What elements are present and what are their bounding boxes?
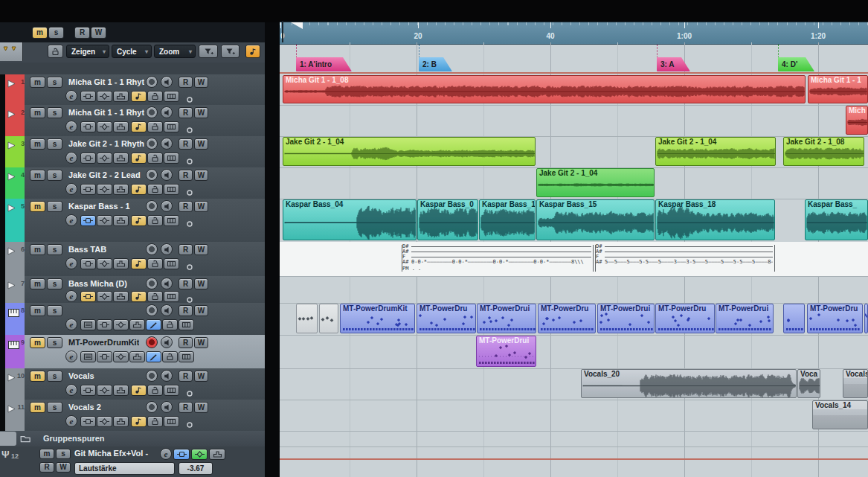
group-solo-button[interactable]: s (56, 449, 71, 459)
track-record-button[interactable] (146, 370, 158, 382)
track-row-1[interactable]: 1msMicha Git 1 - 1 RhythRWe (5, 74, 265, 106)
track-sends-button[interactable] (113, 351, 129, 362)
clip-vocals-20[interactable]: Vocals_20 (581, 369, 797, 398)
toolbar-dropdown-zeigen[interactable]: Zeigen▾ (66, 45, 109, 58)
track-lanes-button[interactable] (164, 184, 179, 195)
clip-kaspar-bass-15[interactable]: Kaspar Bass_15 (536, 199, 655, 240)
global-mute-button[interactable]: m (32, 27, 48, 39)
track-solo-button[interactable]: s (47, 77, 62, 88)
clip-vocals[interactable]: Vocals (843, 369, 868, 398)
track-solo-button[interactable]: s (47, 371, 62, 382)
track-solo-button[interactable]: s (47, 278, 62, 289)
track-edit-button[interactable]: e (65, 152, 77, 164)
track-eq-button[interactable] (113, 215, 129, 226)
track-eq-button[interactable] (113, 121, 129, 132)
track-record-button[interactable] (146, 243, 158, 255)
track-monitor-button[interactable] (161, 106, 173, 118)
track-eq-button[interactable] (113, 385, 129, 396)
track-monitor-button[interactable] (161, 200, 173, 212)
track-mute-button[interactable]: m (30, 77, 45, 88)
track-solo-button[interactable]: s (47, 138, 62, 150)
track-edit-button[interactable]: e (65, 350, 77, 362)
track-write-button[interactable]: W (194, 371, 208, 382)
track-eq-button[interactable] (113, 153, 129, 164)
track-inserts-button[interactable] (80, 91, 96, 102)
track-lock-button[interactable] (147, 91, 163, 102)
global-read-button[interactable]: R (74, 27, 90, 39)
clip-kaspar-bass-1[interactable]: Kaspar Bass_1 (479, 199, 536, 240)
track-drum-editor-button[interactable] (146, 319, 161, 330)
track-eq-button[interactable] (113, 184, 129, 195)
track-mute-button[interactable]: m (30, 201, 45, 212)
group-write-button[interactable]: W (56, 462, 71, 473)
track-monitor-button[interactable] (161, 401, 173, 413)
track-row-6[interactable]: 6msBass TABRWe (5, 242, 265, 277)
clip-micha-git-1-1[interactable]: Micha Git 1 - 1 (808, 75, 868, 103)
group-eq-button[interactable] (209, 449, 225, 460)
clip-micha-git-1-1-08[interactable]: Micha Git 1 - 1_08 (283, 75, 806, 103)
track-lanes-button[interactable] (164, 215, 179, 226)
track-lock-button[interactable] (147, 258, 163, 269)
group-edit-button[interactable]: e (160, 448, 172, 460)
clip-mt-powerdrui[interactable]: MT-PowerDrui (597, 304, 655, 333)
track-edit-button[interactable]: e (65, 90, 77, 102)
track-sends-button[interactable] (113, 319, 129, 330)
group-inserts-button[interactable] (173, 449, 190, 460)
automation-param-field[interactable]: Lautstärke (74, 462, 175, 475)
track-record-button[interactable] (146, 76, 158, 88)
clip-jake-git-2-1-04[interactable]: Jake Git 2 - 1_04 (536, 168, 655, 197)
track-lanes-button[interactable] (164, 153, 179, 164)
timeline-ruler[interactable]: 020401:001:20 (280, 21, 868, 45)
track-monitor-button[interactable] (161, 304, 173, 316)
track-read-button[interactable]: R (179, 170, 193, 181)
track-solo-button[interactable]: s (47, 244, 62, 255)
track-inserts-button[interactable] (80, 184, 96, 195)
track-timebase-button[interactable] (131, 258, 147, 269)
track-sends-button[interactable] (97, 215, 112, 226)
marker-lane[interactable]: 1: A'intro2: B3: A4: D' (280, 42, 868, 73)
clip-mich[interactable]: Mich (846, 106, 868, 135)
track-write-button[interactable]: W (194, 305, 208, 316)
track-timebase-button[interactable] (131, 91, 147, 102)
track-drum-editor-button[interactable] (146, 351, 161, 362)
clip-mt-powerdrui[interactable]: MT-PowerDrui (476, 336, 536, 367)
track-mute-button[interactable]: m (30, 278, 45, 289)
track-lock-button[interactable] (162, 351, 178, 362)
clip-kaspar-bass-04[interactable]: Kaspar Bass_04 (283, 199, 417, 240)
track-solo-button[interactable]: s (47, 305, 62, 316)
track-lanes-button[interactable] (179, 351, 194, 362)
track-inserts-button[interactable] (80, 385, 96, 396)
toolbar-dropdown-zoom[interactable]: Zoom▾ (154, 45, 196, 58)
track-mute-button[interactable]: m (30, 371, 45, 382)
track-lanes-button[interactable] (164, 91, 179, 102)
track-monitor-button[interactable] (161, 278, 173, 289)
track-sends-button[interactable] (97, 385, 112, 396)
track-lanes-button[interactable] (164, 121, 179, 132)
track-read-button[interactable]: R (179, 305, 193, 316)
track-timebase-button[interactable] (131, 291, 147, 302)
track-read-button[interactable]: R (179, 77, 193, 88)
track-row-8[interactable]: 8msRWe (5, 303, 265, 336)
track-record-button[interactable] (146, 200, 158, 212)
track-eq-button[interactable] (113, 258, 129, 269)
track-read-button[interactable]: R (179, 278, 193, 289)
track-read-button[interactable]: R (179, 244, 193, 255)
track-write-button[interactable]: W (194, 170, 208, 181)
group-read-button[interactable]: R (39, 462, 54, 473)
filter-marker-add-button[interactable] (221, 45, 239, 58)
track-lock-button[interactable] (147, 184, 163, 195)
track-eq-button[interactable] (113, 91, 129, 102)
clip-jake-git-2-1-08[interactable]: Jake Git 2 - 1_08 (783, 137, 864, 166)
clip-event[interactable] (783, 304, 805, 333)
track-sends-button[interactable] (97, 291, 112, 302)
track-lock-button[interactable] (147, 215, 163, 226)
track-record-button[interactable] (146, 106, 158, 118)
track-eq-button[interactable] (113, 416, 129, 427)
track-read-button[interactable]: R (179, 337, 193, 348)
track-row-3[interactable]: 3msJake Git 2 - 1 RhythRWe (5, 136, 265, 168)
track-edit-button[interactable]: e (65, 384, 77, 396)
track-mute-button[interactable]: m (30, 170, 45, 181)
clip-event[interactable] (296, 304, 318, 333)
track-sends-button[interactable] (97, 153, 112, 164)
clip-kaspar-bass-0[interactable]: Kaspar Bass_0 (417, 199, 478, 240)
